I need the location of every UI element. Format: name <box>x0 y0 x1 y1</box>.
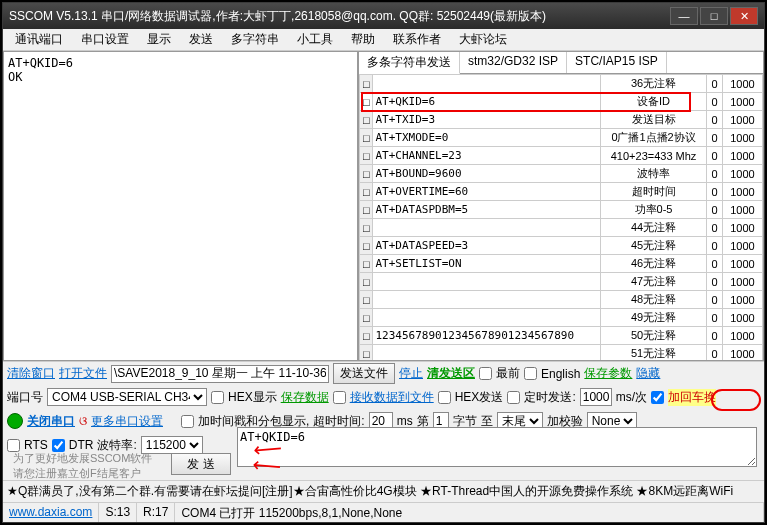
row-cmd[interactable] <box>373 291 601 309</box>
row-cmd[interactable]: AT+DATASPDBM=5 <box>373 201 601 219</box>
tab-0[interactable]: 多条字符串发送 <box>359 52 460 74</box>
minimize-button[interactable]: — <box>670 7 698 25</box>
row-send-button[interactable]: □ <box>360 111 373 129</box>
row-send-button[interactable]: □ <box>360 183 373 201</box>
menu-联系作者[interactable]: 联系作者 <box>385 29 449 50</box>
menu-多字符串[interactable]: 多字符串 <box>223 29 287 50</box>
output-area[interactable]: AT+QKID=6 OK <box>3 51 358 361</box>
row-desc[interactable]: 47无注释 <box>600 273 706 291</box>
hex-send-checkbox[interactable] <box>438 391 451 404</box>
row-cmd[interactable]: AT+OVERTIME=60 <box>373 183 601 201</box>
menu-小工具[interactable]: 小工具 <box>289 29 341 50</box>
row-desc[interactable]: 49无注释 <box>600 309 706 327</box>
row-ms[interactable]: 1000 <box>722 75 762 93</box>
row-ms[interactable]: 1000 <box>722 309 762 327</box>
row-ms[interactable]: 1000 <box>722 345 762 361</box>
timestamp-checkbox[interactable] <box>181 415 194 428</box>
newest-checkbox[interactable] <box>479 367 492 380</box>
stop-button[interactable]: 停止 <box>399 365 423 382</box>
recv-file-checkbox[interactable] <box>333 391 346 404</box>
row-desc[interactable]: 50无注释 <box>600 327 706 345</box>
row-ms[interactable]: 1000 <box>722 183 762 201</box>
row-desc[interactable]: 0广播1点播2协议 <box>600 129 706 147</box>
row-ms[interactable]: 1000 <box>722 129 762 147</box>
menu-通讯端口[interactable]: 通讯端口 <box>7 29 71 50</box>
row-desc[interactable]: 超时时间 <box>600 183 706 201</box>
row-cmd[interactable]: AT+QKID=6 <box>373 93 601 111</box>
row-ms[interactable]: 1000 <box>722 327 762 345</box>
hex-show-checkbox[interactable] <box>211 391 224 404</box>
hide-button[interactable]: 隐藏 <box>636 365 660 382</box>
row-send-button[interactable]: □ <box>360 291 373 309</box>
row-ms[interactable]: 1000 <box>722 219 762 237</box>
row-ms[interactable]: 1000 <box>722 111 762 129</box>
row-send-button[interactable]: □ <box>360 345 373 361</box>
open-file-button[interactable]: 打开文件 <box>59 365 107 382</box>
row-desc[interactable]: 设备ID <box>600 93 706 111</box>
add-cr-checkbox[interactable] <box>651 391 664 404</box>
row-ms[interactable]: 1000 <box>722 165 762 183</box>
row-send-button[interactable]: □ <box>360 129 373 147</box>
timed-send-checkbox[interactable] <box>507 391 520 404</box>
row-ms[interactable]: 1000 <box>722 255 762 273</box>
row-cmd[interactable] <box>373 75 601 93</box>
tab-2[interactable]: STC/IAP15 ISP <box>567 52 667 73</box>
row-desc[interactable]: 功率0-5 <box>600 201 706 219</box>
row-cmd[interactable] <box>373 219 601 237</box>
maximize-button[interactable]: □ <box>700 7 728 25</box>
row-ms[interactable]: 1000 <box>722 291 762 309</box>
row-desc[interactable]: 46无注释 <box>600 255 706 273</box>
row-send-button[interactable]: □ <box>360 237 373 255</box>
row-cmd[interactable]: AT+BOUND=9600 <box>373 165 601 183</box>
row-send-button[interactable]: □ <box>360 273 373 291</box>
english-checkbox[interactable] <box>524 367 537 380</box>
row-cmd[interactable]: AT+TXMODE=0 <box>373 129 601 147</box>
row-send-button[interactable]: □ <box>360 93 373 111</box>
row-desc[interactable]: 波特率 <box>600 165 706 183</box>
more-settings-button[interactable]: 更多串口设置 <box>91 413 163 430</box>
row-send-button[interactable]: □ <box>360 147 373 165</box>
row-cmd[interactable]: AT+TXID=3 <box>373 111 601 129</box>
row-cmd[interactable]: 123456789012345678901234567890 <box>373 327 601 345</box>
menu-串口设置[interactable]: 串口设置 <box>73 29 137 50</box>
clear-send-button[interactable]: 清发送区 <box>427 365 475 382</box>
clear-window-button[interactable]: 清除窗口 <box>7 365 55 382</box>
row-cmd[interactable]: AT+DATASPEED=3 <box>373 237 601 255</box>
row-send-button[interactable]: □ <box>360 201 373 219</box>
row-ms[interactable]: 1000 <box>722 147 762 165</box>
menu-大虾论坛[interactable]: 大虾论坛 <box>451 29 515 50</box>
send-file-button[interactable]: 发送文件 <box>333 363 395 384</box>
row-send-button[interactable]: □ <box>360 165 373 183</box>
send-text-input[interactable] <box>237 427 757 467</box>
row-send-button[interactable]: □ <box>360 327 373 345</box>
row-cmd[interactable]: AT+SETLIST=ON <box>373 255 601 273</box>
file-path-input[interactable] <box>111 365 329 383</box>
row-cmd[interactable] <box>373 309 601 327</box>
close-port-button[interactable]: 关闭串口 <box>27 413 75 430</box>
row-ms[interactable]: 1000 <box>722 93 762 111</box>
tab-1[interactable]: stm32/GD32 ISP <box>460 52 567 73</box>
row-send-button[interactable]: □ <box>360 219 373 237</box>
save-param-button[interactable]: 保存参数 <box>584 365 632 382</box>
row-desc[interactable]: 44无注释 <box>600 219 706 237</box>
row-desc[interactable]: 48无注释 <box>600 291 706 309</box>
status-url[interactable]: www.daxia.com <box>3 503 99 522</box>
row-ms[interactable]: 1000 <box>722 237 762 255</box>
row-send-button[interactable]: □ <box>360 255 373 273</box>
row-send-button[interactable]: □ <box>360 75 373 93</box>
timed-ms-input[interactable] <box>580 388 612 406</box>
row-cmd[interactable] <box>373 345 601 361</box>
close-button[interactable]: ✕ <box>730 7 758 25</box>
port-status-icon[interactable] <box>7 413 23 429</box>
row-ms[interactable]: 1000 <box>722 273 762 291</box>
row-send-button[interactable]: □ <box>360 309 373 327</box>
row-desc[interactable]: 410+23=433 Mhz <box>600 147 706 165</box>
row-desc[interactable]: 51无注释 <box>600 345 706 361</box>
row-cmd[interactable] <box>373 273 601 291</box>
row-desc[interactable]: 发送目标 <box>600 111 706 129</box>
row-cmd[interactable]: AT+CHANNEL=23 <box>373 147 601 165</box>
row-desc[interactable]: 36无注释 <box>600 75 706 93</box>
menu-显示[interactable]: 显示 <box>139 29 179 50</box>
row-desc[interactable]: 45无注释 <box>600 237 706 255</box>
send-button[interactable]: 发 送 <box>171 453 231 475</box>
